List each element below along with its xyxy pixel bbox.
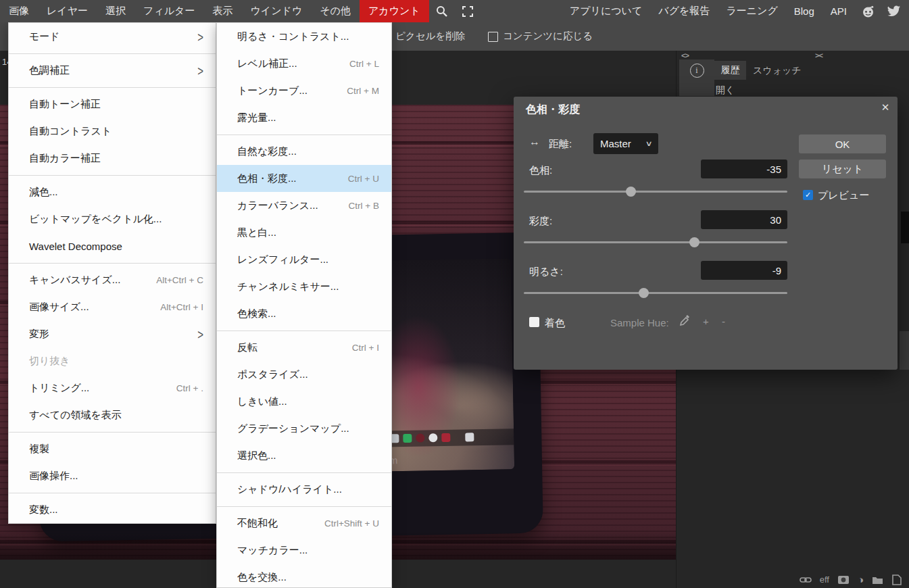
- close-icon[interactable]: ✕: [879, 101, 892, 115]
- menu-item-threshold[interactable]: しきい値...: [217, 388, 391, 415]
- lightness-input[interactable]: -9: [701, 261, 787, 280]
- tab-history[interactable]: 履歴: [714, 61, 746, 80]
- layers-footer: eff ◑: [677, 571, 909, 588]
- content-aware-label: コンテンツに応じる: [503, 30, 593, 43]
- menu-item-black-white[interactable]: 黒と白...: [217, 219, 391, 246]
- reset-button[interactable]: リセット: [799, 160, 886, 178]
- menu-item-variables[interactable]: 変数...: [9, 496, 216, 523]
- image-menu-dropdown: モード> 色調補正> 自動トーン補正 自動コントラスト 自動カラー補正 減色..…: [8, 22, 216, 524]
- menu-item-photo-filter[interactable]: レンズフィルター...: [217, 246, 391, 273]
- menu-item-color-lookup[interactable]: 色検索...: [217, 300, 391, 327]
- sample-minus-button[interactable]: -: [722, 316, 725, 327]
- menu-item-trim[interactable]: トリミング...Ctrl + .: [9, 374, 216, 401]
- menu-window[interactable]: ウインドウ: [241, 0, 311, 22]
- menu-about[interactable]: アプリについて: [562, 0, 650, 22]
- menu-view[interactable]: 表示: [203, 0, 241, 22]
- new-group-icon[interactable]: [872, 575, 883, 585]
- menu-item-replace-color[interactable]: 色を交換...: [217, 564, 391, 588]
- menu-item-exposure[interactable]: 露光量...: [217, 104, 391, 131]
- saturation-label: 彩度:: [529, 215, 552, 228]
- layer-mask-icon[interactable]: [837, 575, 850, 585]
- menu-filter[interactable]: フィルター: [134, 0, 203, 22]
- ok-button[interactable]: OK: [799, 134, 886, 153]
- menu-select[interactable]: 選択: [97, 0, 134, 22]
- photo-taskbar-icon: [403, 434, 412, 443]
- info-icon: i: [690, 64, 704, 78]
- hue-slider[interactable]: [524, 191, 787, 193]
- menu-item-shadows-highlights[interactable]: シャドウ/ハイライト...: [217, 476, 391, 503]
- menu-item-transform[interactable]: 変形>: [9, 320, 216, 347]
- menu-blog[interactable]: Blog: [786, 0, 822, 22]
- lightness-slider[interactable]: [524, 292, 787, 294]
- range-label: 距離:: [549, 138, 572, 151]
- menu-item-duplicate[interactable]: 複製: [9, 435, 216, 462]
- adjustment-layer-icon[interactable]: ◑: [858, 574, 864, 585]
- menu-item-curves[interactable]: トーンカーブ...Ctrl + M: [217, 77, 391, 104]
- menu-item-reveal-all[interactable]: すべての領域を表示: [9, 401, 216, 428]
- menu-item-levels[interactable]: レベル補正...Ctrl + L: [217, 50, 391, 77]
- menu-item-selective-color[interactable]: 選択色...: [217, 442, 391, 469]
- menu-item-match-color[interactable]: マッチカラー...: [217, 537, 391, 564]
- reddit-icon[interactable]: [860, 0, 875, 22]
- menu-item-wavelet[interactable]: Wavelet Decompose: [9, 232, 216, 260]
- info-panel-tile[interactable]: i: [679, 59, 714, 96]
- saturation-slider[interactable]: [524, 241, 787, 243]
- content-aware-checkbox[interactable]: [488, 32, 498, 42]
- menu-report-bug[interactable]: バグを報告: [650, 0, 718, 22]
- chevron-down-icon: ∨: [645, 139, 652, 148]
- adjustments-submenu: 明るさ・コントラスト... レベル補正...Ctrl + L トーンカーブ...…: [216, 22, 392, 588]
- menu-item-gradient-map[interactable]: グラデーションマップ...: [217, 415, 391, 442]
- lightness-slider-thumb[interactable]: [639, 288, 649, 298]
- fullscreen-icon[interactable]: [460, 0, 475, 22]
- menu-item-apply-image[interactable]: 画像操作...: [9, 462, 216, 489]
- hue-input[interactable]: -35: [701, 160, 787, 178]
- menu-item-crop: 切り抜き: [9, 347, 216, 374]
- menu-item-auto-color[interactable]: 自動カラー補正: [9, 145, 216, 172]
- dialog-title: 色相・彩度: [526, 103, 580, 117]
- menu-more[interactable]: その他: [311, 0, 360, 22]
- layer-effects-icon[interactable]: eff: [820, 574, 829, 585]
- menu-item-hue-saturation[interactable]: 色相・彩度...Ctrl + U: [217, 165, 391, 192]
- menu-item-vibrance[interactable]: 自然な彩度...: [217, 138, 391, 165]
- colorize-checkbox[interactable]: [529, 317, 539, 327]
- tab-swatches[interactable]: スウォッチ: [753, 65, 802, 77]
- panel-collapse-handle[interactable]: ><: [815, 51, 822, 59]
- search-icon[interactable]: [435, 0, 449, 22]
- menu-item-desaturate[interactable]: 不飽和化Ctrl+Shift + U: [217, 510, 391, 537]
- menu-item-posterize[interactable]: ポスタライズ...: [217, 361, 391, 388]
- photo-taskbar-trash-icon: [465, 433, 474, 441]
- menu-item-image-size[interactable]: 画像サイズ...Alt+Ctrl + I: [9, 293, 216, 320]
- preview-checkbox[interactable]: ✓: [803, 190, 813, 200]
- menu-item-auto-contrast[interactable]: 自動コントラスト: [9, 118, 216, 145]
- link-layers-icon[interactable]: [800, 575, 812, 585]
- menu-image[interactable]: 画像: [0, 0, 38, 22]
- menu-item-invert[interactable]: 反転Ctrl + I: [217, 334, 391, 361]
- range-select[interactable]: Master ∨: [593, 133, 658, 154]
- panel-sliver: [900, 331, 909, 370]
- on-image-adjust-icon[interactable]: ↔: [529, 136, 540, 148]
- panel-collapse-handle[interactable]: <>: [681, 51, 689, 59]
- hue-slider-thumb[interactable]: [626, 187, 636, 197]
- menu-item-adjustments[interactable]: 色調補正>: [9, 57, 216, 84]
- sample-plus-button[interactable]: +: [703, 316, 709, 327]
- menu-separator: [9, 172, 216, 178]
- menu-item-color-balance[interactable]: カラーバランス...Ctrl + B: [217, 192, 391, 219]
- menu-item-reduce-colors[interactable]: 減色...: [9, 178, 216, 205]
- new-layer-icon[interactable]: [891, 574, 902, 585]
- menu-item-vectorize[interactable]: ビットマップをベクトル化...: [9, 205, 216, 232]
- saturation-slider-thumb[interactable]: [689, 237, 699, 247]
- history-item-open[interactable]: 開く: [716, 84, 735, 97]
- eyedropper-icon[interactable]: [679, 314, 691, 327]
- menu-learn[interactable]: ラーニング: [718, 0, 785, 22]
- menu-api[interactable]: API: [822, 0, 855, 22]
- menu-separator: [9, 84, 216, 91]
- menu-item-channel-mixer[interactable]: チャンネルミキサー...: [217, 273, 391, 300]
- menu-item-mode[interactable]: モード>: [9, 23, 216, 50]
- menu-layer[interactable]: レイヤー: [38, 0, 97, 22]
- menu-item-brightness-contrast[interactable]: 明るさ・コントラスト...: [217, 23, 391, 50]
- menu-item-canvas-size[interactable]: キャンバスサイズ...Alt+Ctrl + C: [9, 266, 216, 293]
- menu-item-auto-tone[interactable]: 自動トーン補正: [9, 91, 216, 118]
- menu-account[interactable]: アカウント: [360, 0, 429, 22]
- twitter-icon[interactable]: [886, 0, 901, 22]
- saturation-input[interactable]: 30: [701, 210, 787, 229]
